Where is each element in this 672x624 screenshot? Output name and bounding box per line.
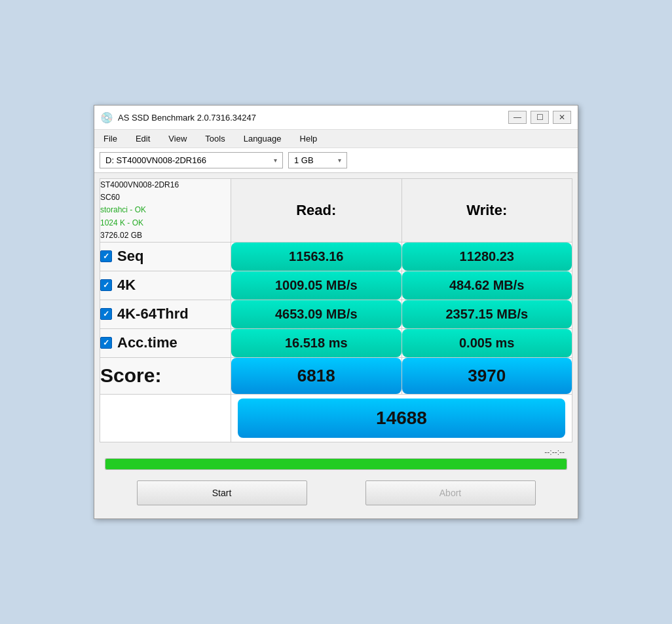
header-row: ST4000VN008-2DR16 SC60 storahci - OK 102… (100, 179, 572, 243)
size-dropdown[interactable]: 1 GB ▾ (288, 152, 347, 168)
menu-language[interactable]: Language (240, 132, 286, 145)
score-write-value: 3970 (402, 358, 572, 394)
app-icon: 💿 (101, 111, 113, 123)
acctime-label: Acc.time (100, 334, 231, 351)
toolbar: D: ST4000VN008-2DR166 ▾ 1 GB ▾ (94, 148, 578, 173)
4k-checkbox[interactable] (100, 279, 112, 291)
benchmark-table: ST4000VN008-2DR16 SC60 storahci - OK 102… (100, 178, 572, 442)
acctime-read-value: 16.518 ms (231, 329, 401, 357)
info-line-3: storahci - OK (100, 204, 231, 216)
seq-row: Seq 11563.16 11280.23 (100, 242, 572, 271)
4k64-label-cell: 4K-64Thrd (100, 300, 231, 328)
title-bar: 💿 AS SSD Benchmark 2.0.7316.34247 — ☐ ✕ (94, 106, 578, 130)
4k-row: 4K 1009.05 MB/s 484.62 MB/s (100, 271, 572, 300)
progress-area: --:--:-- (100, 442, 572, 473)
button-row: Start Abort (100, 473, 572, 513)
menu-tools[interactable]: Tools (201, 132, 229, 145)
seq-label: Seq (100, 248, 231, 265)
drive-dropdown[interactable]: D: ST4000VN008-2DR166 ▾ (100, 152, 283, 168)
score-read-cell: 6818 (231, 357, 402, 394)
acctime-write-cell: 0.005 ms (401, 328, 572, 357)
score-total-empty (100, 394, 231, 442)
4k64-checkbox[interactable] (100, 308, 112, 320)
4k64-write-cell: 2357.15 MB/s (401, 300, 572, 328)
4k64-label: 4K-64Thrd (100, 305, 231, 322)
minimize-button[interactable]: — (508, 111, 527, 124)
info-line-5: 3726.02 GB (100, 229, 231, 242)
time-display: --:--:-- (105, 448, 567, 457)
4k-write-value: 484.62 MB/s (402, 271, 572, 300)
drive-chevron: ▾ (274, 157, 277, 164)
score-total-row: 14688 (100, 394, 572, 442)
size-value: 1 GB (294, 155, 314, 165)
write-header: Write: (401, 179, 572, 243)
window-controls: — ☐ ✕ (508, 111, 571, 124)
size-chevron: ▾ (338, 157, 341, 164)
score-label-cell: Score: (100, 357, 231, 394)
score-total-value: 14688 (238, 399, 565, 438)
app-window: 💿 AS SSD Benchmark 2.0.7316.34247 — ☐ ✕ … (94, 105, 578, 519)
drive-value: D: ST4000VN008-2DR166 (105, 155, 206, 165)
4k-write-cell: 484.62 MB/s (401, 271, 572, 300)
4k64-write-value: 2357.15 MB/s (402, 300, 572, 328)
abort-button[interactable]: Abort (365, 480, 536, 505)
score-row: Score: 6818 3970 (100, 357, 572, 394)
read-header: Read: (231, 179, 402, 243)
4k64-read-cell: 4653.09 MB/s (231, 300, 402, 328)
4k-label: 4K (100, 277, 231, 294)
score-read-value: 6818 (231, 358, 401, 394)
menu-file[interactable]: File (100, 132, 121, 145)
acctime-label-cell: Acc.time (100, 328, 231, 357)
seq-checkbox[interactable] (100, 250, 112, 262)
start-button[interactable]: Start (137, 480, 307, 505)
progress-bar-background (105, 458, 567, 470)
close-button[interactable]: ✕ (553, 111, 571, 124)
menu-view[interactable]: View (164, 132, 191, 145)
4k-read-cell: 1009.05 MB/s (231, 271, 402, 300)
acctime-write-value: 0.005 ms (402, 329, 572, 357)
seq-write-value: 11280.23 (402, 243, 572, 271)
info-cell: ST4000VN008-2DR16 SC60 storahci - OK 102… (100, 179, 231, 243)
window-title: AS SSD Benchmark 2.0.7316.34247 (118, 113, 508, 123)
info-line-2: SC60 (100, 191, 231, 204)
menu-bar: File Edit View Tools Language Help (94, 130, 578, 148)
seq-write-cell: 11280.23 (401, 242, 572, 271)
progress-bar-fill (105, 459, 567, 469)
4k-label-cell: 4K (100, 271, 231, 300)
menu-edit[interactable]: Edit (132, 132, 154, 145)
info-line-1: ST4000VN008-2DR16 (100, 179, 231, 191)
menu-help[interactable]: Help (296, 132, 322, 145)
info-line-4: 1024 K - OK (100, 217, 231, 229)
4k64-read-value: 4653.09 MB/s (231, 300, 401, 328)
4k64-row: 4K-64Thrd 4653.09 MB/s 2357.15 MB/s (100, 300, 572, 328)
seq-read-value: 11563.16 (231, 243, 401, 271)
maximize-button[interactable]: ☐ (531, 111, 549, 124)
score-write-cell: 3970 (401, 357, 572, 394)
4k-read-value: 1009.05 MB/s (231, 271, 401, 300)
score-label: Score: (100, 364, 161, 386)
seq-read-cell: 11563.16 (231, 242, 402, 271)
acctime-read-cell: 16.518 ms (231, 328, 402, 357)
acctime-row: Acc.time 16.518 ms 0.005 ms (100, 328, 572, 357)
main-content: ST4000VN008-2DR16 SC60 storahci - OK 102… (94, 173, 578, 518)
seq-label-cell: Seq (100, 242, 231, 271)
acctime-checkbox[interactable] (100, 337, 112, 349)
